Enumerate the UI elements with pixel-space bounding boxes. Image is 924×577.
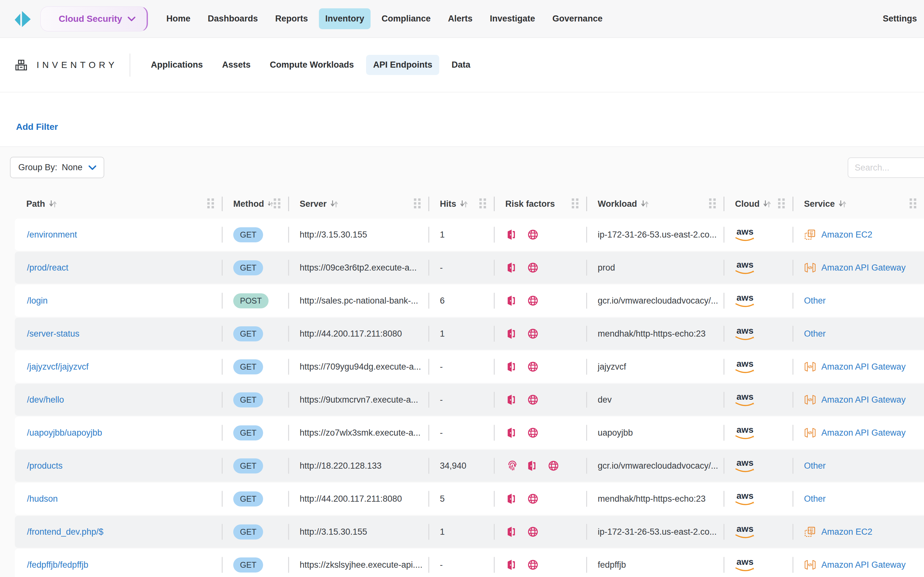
cell-service: Amazon EC2 xyxy=(792,516,924,548)
service-link[interactable]: Other xyxy=(804,329,826,339)
cell-cloud: aws xyxy=(724,219,792,251)
column-label: Workload xyxy=(598,199,637,209)
cell-risk-factors xyxy=(494,483,586,515)
sort-icon[interactable] xyxy=(48,199,57,208)
path-link[interactable]: /jajyzvcf/jajyzvcf xyxy=(27,362,89,372)
cell-cloud: aws xyxy=(724,351,792,383)
path-link[interactable]: /server-status xyxy=(27,329,79,339)
inventory-title: INVENTORY xyxy=(14,58,118,72)
cell-workload: dev xyxy=(586,384,724,416)
cell-server: https://zo7wlx3smk.execute-a... xyxy=(288,417,428,449)
column-drag-handle[interactable] xyxy=(778,198,785,210)
column-drag-handle[interactable] xyxy=(274,198,280,210)
path-link[interactable]: /uapoyjbb/uapoyjbb xyxy=(27,428,102,438)
path-link[interactable]: /products xyxy=(27,461,63,471)
sort-icon[interactable] xyxy=(838,199,847,208)
path-link[interactable]: /fedpffjb/fedpffjb xyxy=(27,560,88,570)
sort-icon[interactable] xyxy=(267,199,274,208)
cell-workload: jajyzvcf xyxy=(586,351,724,383)
path-link[interactable]: /frontend_dev.php/$ xyxy=(27,527,103,537)
service-link[interactable]: Amazon API Gateway xyxy=(821,362,906,372)
cell-path: /jajyzvcf/jajyzvcf xyxy=(15,351,222,383)
cell-hits: - xyxy=(428,549,494,577)
column-header-service: Service xyxy=(792,193,924,214)
cell-workload: ip-172-31-26-53.us-east-2.co... xyxy=(586,516,724,548)
drag-handle-icon[interactable] xyxy=(778,198,785,208)
column-drag-handle[interactable] xyxy=(479,198,486,210)
method-badge: GET xyxy=(233,392,263,408)
sort-icon[interactable] xyxy=(459,199,468,208)
column-drag-handle[interactable] xyxy=(909,198,916,210)
column-drag-handle[interactable] xyxy=(414,198,421,210)
tab-assets[interactable]: Assets xyxy=(215,55,258,75)
path-link[interactable]: /login xyxy=(27,296,48,306)
drag-handle-icon[interactable] xyxy=(909,198,916,208)
table-row: /fedpffjb/fedpffjb GET https://zkslsyjhe… xyxy=(15,549,924,577)
service-link[interactable]: Amazon EC2 xyxy=(821,230,872,240)
tab-api-endpoints[interactable]: API Endpoints xyxy=(366,55,439,75)
column-drag-handle[interactable] xyxy=(709,198,716,210)
group-by-value: None xyxy=(62,163,83,172)
internet-globe-risk-icon xyxy=(527,361,539,372)
cell-hits: - xyxy=(428,351,494,383)
service-link[interactable]: Amazon API Gateway xyxy=(821,263,906,273)
tab-applications[interactable]: Applications xyxy=(144,55,210,75)
cell-hits: 5 xyxy=(428,483,494,515)
search-input[interactable] xyxy=(848,157,924,178)
service-link[interactable]: Other xyxy=(804,296,826,306)
service-link[interactable]: Amazon API Gateway xyxy=(821,395,906,405)
service-link[interactable]: Other xyxy=(804,494,826,504)
amazon-api-gateway-icon xyxy=(804,361,816,373)
cell-hits: - xyxy=(428,251,494,284)
tab-compute-workloads[interactable]: Compute Workloads xyxy=(263,55,361,75)
cell-risk-factors xyxy=(494,549,586,577)
internet-globe-risk-icon xyxy=(527,559,539,571)
service-link[interactable]: Amazon API Gateway xyxy=(821,560,906,570)
service-link[interactable]: Amazon API Gateway xyxy=(821,428,906,438)
method-badge: GET xyxy=(233,558,263,572)
sort-icon[interactable] xyxy=(640,199,649,208)
inventory-section-header: INVENTORY Applications Assets Compute Wo… xyxy=(0,38,924,92)
nav-item-inventory[interactable]: Inventory xyxy=(319,8,371,29)
add-filter-button[interactable]: Add Filter xyxy=(16,122,58,132)
open-door-risk-icon xyxy=(507,493,518,504)
cell-path: /login xyxy=(15,285,222,317)
column-drag-handle[interactable] xyxy=(572,198,578,210)
table-controls: Group By: None xyxy=(0,147,924,178)
nav-item-investigate[interactable]: Investigate xyxy=(483,8,541,29)
drag-handle-icon[interactable] xyxy=(479,198,486,208)
drag-handle-icon[interactable] xyxy=(274,198,280,208)
nav-item-reports[interactable]: Reports xyxy=(269,8,314,29)
column-drag-handle[interactable] xyxy=(207,198,214,210)
drag-handle-icon[interactable] xyxy=(572,198,578,208)
nav-item-dashboards[interactable]: Dashboards xyxy=(202,8,264,29)
column-header-workload: Workload xyxy=(586,193,724,214)
cell-hits: 1 xyxy=(428,318,494,350)
sort-icon[interactable] xyxy=(762,199,772,208)
service-link[interactable]: Amazon EC2 xyxy=(821,527,872,537)
table-row: /products GET http://18.220.128.133 34,9… xyxy=(15,450,924,482)
table-section: Group By: None Path Method Server Hits R… xyxy=(0,147,924,577)
tab-data[interactable]: Data xyxy=(444,55,477,75)
group-by-dropdown[interactable]: Group By: None xyxy=(10,157,104,178)
drag-handle-icon[interactable] xyxy=(709,198,716,208)
service-link[interactable]: Other xyxy=(804,461,826,471)
sort-icon[interactable] xyxy=(330,199,339,208)
cell-workload: mendhak/http-https-echo:23 xyxy=(586,318,724,350)
drag-handle-icon[interactable] xyxy=(207,198,214,208)
nav-item-home[interactable]: Home xyxy=(160,8,197,29)
internet-globe-risk-icon xyxy=(527,262,539,274)
nav-item-governance[interactable]: Governance xyxy=(546,8,609,29)
path-link[interactable]: /hudson xyxy=(27,494,58,504)
cell-method: GET xyxy=(222,351,288,383)
cell-hits: 1 xyxy=(428,516,494,548)
product-switcher[interactable]: Cloud Security xyxy=(40,6,148,31)
path-link[interactable]: /prod/react xyxy=(27,263,68,273)
path-link[interactable]: /environment xyxy=(27,230,77,240)
nav-item-settings[interactable]: Settings xyxy=(883,14,919,24)
aws-cloud-icon: aws xyxy=(735,425,755,440)
path-link[interactable]: /dev/hello xyxy=(27,395,64,405)
nav-item-alerts[interactable]: Alerts xyxy=(441,8,479,29)
nav-item-compliance[interactable]: Compliance xyxy=(375,8,437,29)
drag-handle-icon[interactable] xyxy=(414,198,421,208)
